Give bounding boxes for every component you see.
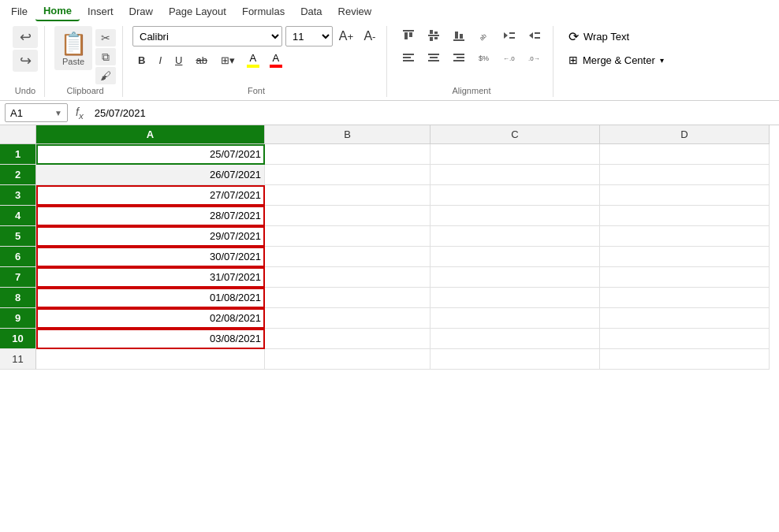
formula-input[interactable] bbox=[91, 103, 774, 122]
strikethrough-button[interactable]: ab bbox=[190, 50, 212, 70]
menu-home[interactable]: Home bbox=[35, 2, 80, 21]
number-format-button[interactable]: $% bbox=[472, 48, 496, 67]
list-item[interactable] bbox=[265, 165, 430, 185]
font-name-select[interactable]: Calibri bbox=[132, 26, 282, 47]
bold-button[interactable]: B bbox=[132, 50, 151, 70]
list-item[interactable] bbox=[265, 288, 430, 308]
increase-indent2-button[interactable]: .0→ bbox=[523, 48, 546, 67]
list-item[interactable]: 26/07/2021 bbox=[36, 165, 265, 185]
merge-center-button[interactable]: ⊞ Merge & Center ▾ bbox=[563, 50, 669, 69]
menu-formulas[interactable]: Formulas bbox=[234, 2, 293, 20]
list-item[interactable] bbox=[430, 165, 600, 185]
list-item[interactable] bbox=[430, 288, 600, 308]
list-item[interactable] bbox=[600, 247, 770, 267]
redo-button[interactable]: ↪ bbox=[13, 50, 38, 72]
list-item[interactable]: 30/07/2021 bbox=[36, 247, 265, 267]
menu-data[interactable]: Data bbox=[293, 2, 330, 20]
row-header[interactable]: 8 bbox=[0, 288, 36, 308]
list-item[interactable] bbox=[600, 206, 770, 226]
list-item[interactable] bbox=[265, 144, 430, 165]
menu-review[interactable]: Review bbox=[330, 2, 380, 20]
row-header[interactable]: 10 bbox=[0, 329, 36, 349]
list-item[interactable]: 28/07/2021 bbox=[36, 206, 265, 226]
row-header[interactable]: 4 bbox=[0, 206, 36, 226]
list-item[interactable]: 25/07/2021 bbox=[36, 144, 265, 165]
list-item[interactable] bbox=[430, 308, 600, 329]
decrease-indent2-button[interactable]: ←.0 bbox=[498, 48, 521, 67]
list-item[interactable]: 29/07/2021 bbox=[36, 226, 265, 247]
indent-decrease-button[interactable] bbox=[498, 26, 521, 45]
list-item[interactable] bbox=[600, 185, 770, 206]
list-item[interactable] bbox=[265, 226, 430, 247]
align-left-button[interactable] bbox=[397, 48, 420, 67]
highlight-color-button[interactable]: A bbox=[243, 50, 263, 70]
menu-page-layout[interactable]: Page Layout bbox=[161, 2, 234, 20]
undo-button[interactable]: ↩ bbox=[13, 26, 38, 48]
list-item[interactable] bbox=[600, 144, 770, 165]
list-item[interactable] bbox=[265, 206, 430, 226]
align-right-button[interactable] bbox=[447, 48, 471, 67]
list-item[interactable] bbox=[430, 329, 600, 349]
indent-increase-button[interactable] bbox=[523, 26, 546, 45]
list-item[interactable] bbox=[600, 308, 770, 329]
row-header[interactable]: 9 bbox=[0, 308, 36, 329]
list-item[interactable] bbox=[265, 329, 430, 349]
menu-file[interactable]: File bbox=[3, 2, 35, 20]
row-header[interactable]: 11 bbox=[0, 349, 36, 370]
list-item[interactable] bbox=[600, 226, 770, 247]
align-bottom-button[interactable] bbox=[447, 26, 471, 45]
row-header[interactable]: 7 bbox=[0, 267, 36, 288]
font-size-decrease-button[interactable]: A- bbox=[360, 26, 380, 47]
list-item[interactable]: 27/07/2021 bbox=[36, 185, 265, 206]
list-item[interactable] bbox=[430, 247, 600, 267]
font-size-select[interactable]: 11 bbox=[285, 26, 333, 47]
align-top-button[interactable] bbox=[397, 26, 420, 45]
text-orientation-button[interactable]: ab bbox=[472, 26, 496, 45]
font-color-button[interactable]: A bbox=[266, 50, 286, 70]
list-item[interactable] bbox=[430, 267, 600, 288]
row-header[interactable]: 1 bbox=[0, 144, 36, 165]
list-item[interactable]: 02/08/2021 bbox=[36, 308, 265, 329]
list-item[interactable]: 03/08/2021 bbox=[36, 329, 265, 349]
row-header[interactable]: 5 bbox=[0, 226, 36, 247]
cell-reference-box[interactable]: A1 ▼ bbox=[5, 103, 68, 122]
list-item[interactable] bbox=[430, 185, 600, 206]
list-item[interactable] bbox=[265, 349, 430, 370]
copy-button[interactable]: ⧉ bbox=[95, 48, 116, 65]
list-item[interactable] bbox=[430, 226, 600, 247]
list-item[interactable] bbox=[600, 349, 770, 370]
list-item[interactable]: 31/07/2021 bbox=[36, 267, 265, 288]
paste-button[interactable]: 📋 Paste bbox=[54, 26, 92, 70]
col-header-b[interactable]: B bbox=[265, 125, 430, 144]
col-header-c[interactable]: C bbox=[430, 125, 600, 144]
list-item[interactable] bbox=[36, 349, 265, 370]
borders-button[interactable]: ⊞▾ bbox=[215, 50, 240, 70]
row-header[interactable]: 3 bbox=[0, 185, 36, 206]
align-middle-button[interactable] bbox=[422, 26, 445, 45]
list-item[interactable] bbox=[600, 288, 770, 308]
wrap-text-button[interactable]: ⟳ Wrap Text bbox=[563, 26, 635, 47]
menu-draw[interactable]: Draw bbox=[121, 2, 161, 20]
list-item[interactable] bbox=[430, 349, 600, 370]
cut-button[interactable]: ✂ bbox=[95, 29, 116, 47]
underline-button[interactable]: U bbox=[170, 50, 188, 70]
format-painter-button[interactable]: 🖌 bbox=[95, 67, 116, 84]
align-center-button[interactable] bbox=[422, 48, 445, 67]
list-item[interactable] bbox=[600, 165, 770, 185]
col-header-a[interactable]: A bbox=[36, 125, 265, 144]
list-item[interactable] bbox=[265, 247, 430, 267]
col-header-d[interactable]: D bbox=[600, 125, 770, 144]
list-item[interactable] bbox=[265, 185, 430, 206]
font-size-increase-button[interactable]: A+ bbox=[336, 26, 356, 47]
list-item[interactable] bbox=[430, 206, 600, 226]
row-header[interactable]: 2 bbox=[0, 165, 36, 185]
list-item[interactable] bbox=[265, 267, 430, 288]
row-header[interactable]: 6 bbox=[0, 247, 36, 267]
list-item[interactable]: 01/08/2021 bbox=[36, 288, 265, 308]
list-item[interactable] bbox=[265, 308, 430, 329]
italic-button[interactable]: I bbox=[153, 50, 167, 70]
menu-insert[interactable]: Insert bbox=[80, 2, 121, 20]
list-item[interactable] bbox=[600, 329, 770, 349]
list-item[interactable] bbox=[430, 144, 600, 165]
list-item[interactable] bbox=[600, 267, 770, 288]
